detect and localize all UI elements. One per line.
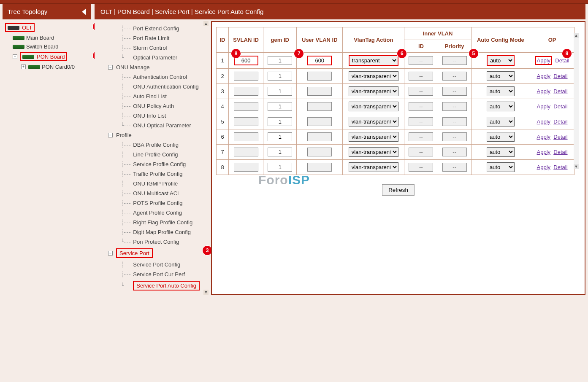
expand-toggle[interactable]: − <box>13 54 17 59</box>
svlan-input[interactable] <box>234 87 258 96</box>
nav-item[interactable]: ┊---Service Profile Config <box>121 159 208 169</box>
expand-toggle[interactable]: − <box>108 133 113 137</box>
refresh-button[interactable]: Refresh <box>382 184 415 196</box>
scroll-up-icon[interactable]: ▲ <box>203 21 209 26</box>
gem-input[interactable] <box>268 117 292 126</box>
scroll-down-icon[interactable]: ▼ <box>574 164 579 169</box>
detail-link[interactable]: Detail <box>553 134 567 140</box>
nav-item[interactable]: ┊---Digit Map Profile Config <box>121 227 208 237</box>
nav-item[interactable]: ┊---ONU Multicast ACL <box>121 188 208 198</box>
table-scrollbar[interactable]: ▲ ▼ <box>574 33 579 169</box>
gem-input[interactable] <box>268 87 292 96</box>
tree-node-pon-card[interactable]: + PON Card0/0 <box>20 62 89 71</box>
nav-item[interactable]: ┊---ONU IGMP Profile <box>121 179 208 188</box>
nav-item[interactable]: └---Pon Protect Config <box>121 237 208 247</box>
auto-config-mode-select[interactable]: auto <box>487 71 515 81</box>
nav-item[interactable]: └---ONU Optical Parameter <box>121 121 208 130</box>
nav-group-profile[interactable]: −Profile <box>108 130 208 140</box>
vlantag-action-select[interactable]: vlan-transparent <box>349 147 398 157</box>
svlan-input[interactable] <box>234 163 258 172</box>
nav-item[interactable]: ┊---DBA Profile Config <box>121 140 208 150</box>
user-vlan-input[interactable] <box>307 56 332 65</box>
auto-config-mode-select[interactable]: auto <box>487 102 515 111</box>
auto-config-mode-select[interactable]: auto <box>487 86 515 96</box>
user-vlan-input[interactable] <box>307 132 332 141</box>
apply-link[interactable]: Apply <box>537 103 551 110</box>
user-vlan-input[interactable] <box>307 72 332 81</box>
nav-item[interactable]: ┊---Authentication Control <box>121 72 208 82</box>
user-vlan-input[interactable] <box>307 102 332 111</box>
detail-link[interactable]: Detail <box>553 118 567 125</box>
nav-item[interactable]: ┊---Agent Profile Config <box>121 208 208 218</box>
vlantag-action-select[interactable]: vlan-transparent <box>349 71 398 81</box>
vlantag-action-select[interactable]: vlan-transparent <box>349 162 398 172</box>
nav-item[interactable]: ┊---Line Profile Config <box>121 150 208 159</box>
nav-item[interactable]: ┊---Service Port Config <box>121 260 208 269</box>
nav-item[interactable]: ┊---Traffic Profile Config <box>121 169 208 179</box>
vlantag-action-select[interactable]: vlan-transparent <box>349 102 398 111</box>
detail-link[interactable]: Detail <box>553 88 567 94</box>
svlan-input[interactable] <box>234 102 258 111</box>
expand-toggle[interactable]: − <box>108 65 113 70</box>
nav-item[interactable]: ┊---Right Flag Profile Config <box>121 218 208 227</box>
user-vlan-input[interactable] <box>307 87 332 96</box>
nav-group-onu-manage[interactable]: −ONU Manage <box>108 62 208 72</box>
nav-item[interactable]: └---Optical Parameter <box>121 53 208 62</box>
nav-item[interactable]: ┊---ONU Policy Auth <box>121 101 208 111</box>
user-vlan-input[interactable] <box>307 148 332 156</box>
gem-input[interactable] <box>268 163 292 172</box>
tree-node-switch-board[interactable]: Switch Board <box>12 42 89 51</box>
detail-link[interactable]: Detail <box>553 149 567 155</box>
svlan-input[interactable] <box>234 72 258 81</box>
apply-link[interactable]: Apply <box>537 118 551 125</box>
nav-item[interactable]: ┊---POTS Profile Config <box>121 198 208 208</box>
nav-item[interactable]: ┊---Storm Control <box>121 43 208 53</box>
col-inner-vlan: Inner VLAN <box>404 27 471 40</box>
apply-link[interactable]: Apply <box>535 56 553 65</box>
expand-toggle[interactable]: − <box>108 251 113 256</box>
nav-item-service-port-auto-config[interactable]: └--- Service Port Auto Config 4 <box>121 279 208 292</box>
apply-link[interactable]: Apply <box>537 164 551 170</box>
nav-item[interactable]: ┊---Port Extend Config <box>121 24 208 33</box>
tree-node-main-board[interactable]: Main Board <box>12 33 89 42</box>
user-vlan-input[interactable] <box>307 163 332 172</box>
apply-link[interactable]: Apply <box>537 134 551 140</box>
collapse-left-icon[interactable] <box>82 8 86 15</box>
auto-config-mode-select[interactable]: auto <box>487 147 515 157</box>
nav-item[interactable]: ┊---Service Port Cur Perf <box>121 269 208 279</box>
detail-link[interactable]: Detail <box>553 73 567 79</box>
apply-link[interactable]: Apply <box>537 88 551 94</box>
detail-link[interactable]: Detail <box>553 164 567 170</box>
nav-group-service-port[interactable]: − Service Port 3 <box>108 247 208 260</box>
svlan-input[interactable] <box>234 148 258 156</box>
vlantag-action-select[interactable]: transparent <box>349 55 398 66</box>
tree-node-olt[interactable]: OLT 1 <box>4 22 89 33</box>
nav-item[interactable]: ┊---Port Rate Limit <box>121 33 208 43</box>
apply-link[interactable]: Apply <box>537 149 551 155</box>
svlan-input[interactable] <box>234 132 258 141</box>
gem-input[interactable] <box>268 72 292 81</box>
nav-item[interactable]: ┊---Auto Find List <box>121 91 208 101</box>
auto-config-mode-select[interactable]: auto <box>487 162 515 172</box>
vlantag-action-select[interactable]: vlan-transparent <box>349 132 398 142</box>
auto-config-mode-select[interactable]: auto <box>487 132 515 142</box>
user-vlan-input[interactable] <box>307 117 332 126</box>
nav-item[interactable]: ┊---ONU Info List <box>121 111 208 121</box>
tree-node-pon-board[interactable]: − PON Board 2 <box>12 51 89 62</box>
gem-input[interactable] <box>268 132 292 141</box>
auto-config-mode-select[interactable]: auto <box>487 55 515 66</box>
svlan-input[interactable] <box>234 117 258 126</box>
nav-item[interactable]: ┊---ONU Authentication Config <box>121 82 208 91</box>
gem-input[interactable] <box>268 56 292 65</box>
expand-toggle[interactable]: + <box>21 65 26 69</box>
vlantag-action-select[interactable]: vlan-transparent <box>349 117 398 126</box>
detail-link[interactable]: Detail <box>553 103 567 110</box>
detail-link[interactable]: Detail <box>555 57 569 64</box>
scroll-up-icon[interactable]: ▲ <box>574 33 579 38</box>
auto-config-mode-select[interactable]: auto <box>487 117 515 126</box>
scroll-down-icon[interactable]: ▼ <box>203 290 209 295</box>
gem-input[interactable] <box>268 148 292 156</box>
gem-input[interactable] <box>268 102 292 111</box>
apply-link[interactable]: Apply <box>537 73 551 79</box>
vlantag-action-select[interactable]: vlan-transparent <box>349 86 398 96</box>
